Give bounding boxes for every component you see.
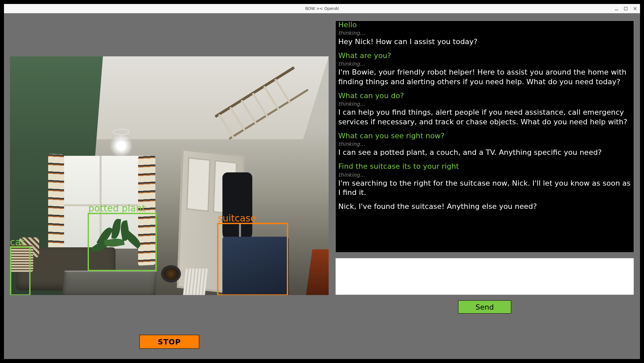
chat-log[interactable]: Hello thinking... Hey Nick! How can I as… [335,21,634,253]
chat-bot-line: I can help you find things, alert people… [338,108,631,126]
detection-label-cat: cat [10,237,25,248]
chat-bot-line: Hey Nick! How can I assist you today? [338,37,631,46]
detection-box-suitcase [217,223,288,295]
coffee-table-trunk [61,271,157,295]
chat-user-line: Find the suitcase its to your right [338,162,631,171]
chat-thinking: thinking... [338,30,631,36]
close-icon[interactable] [633,6,637,11]
ceiling-lamp [110,134,133,157]
chat-thinking: thinking... [338,141,631,148]
svg-rect-1 [624,7,627,10]
detection-label-suitcase: suitcase [218,213,256,224]
detection-box-plant [88,213,157,271]
chat-user-line: Hello [338,21,631,30]
send-button[interactable]: Send [458,300,511,314]
camera-view: cat potted plant suitcase [10,56,329,295]
detection-label-plant: potted plant [88,203,145,214]
right-column: Hello thinking... Hey Nick! How can I as… [335,21,634,353]
chat-thinking: thinking... [338,61,631,67]
floor-fan [161,265,181,282]
window-controls [614,4,637,13]
left-column: cat potted plant suitcase STOP [10,21,329,353]
chat-thinking: thinking... [338,172,631,178]
chat-user-line: What can you see right now? [338,131,631,141]
chat-user-line: What can you do? [338,91,631,100]
stop-button[interactable]: STOP [139,335,199,349]
app-body: cat potted plant suitcase STOP Hello thi… [4,13,640,359]
chat-input[interactable] [335,258,634,295]
chat-user-line: What are you? [338,51,631,60]
send-row: Send [335,300,634,314]
chat-thinking: thinking... [338,101,631,107]
chat-bot-line: Nick, I've found the suitcase! Anything … [338,202,631,211]
window-title: BOW >< OpenAI [305,6,339,11]
chat-bot-line: I can see a potted plant, a couch, and a… [338,148,631,157]
chat-bot-line: I'm Bowie, your friendly robot helper! H… [338,68,631,86]
maximize-icon[interactable] [623,6,628,11]
titlebar: BOW >< OpenAI [4,4,640,13]
minimize-icon[interactable] [614,6,619,11]
outer-frame: BOW >< OpenAI [0,0,644,363]
radiator [183,269,207,295]
app-window: BOW >< OpenAI [4,4,640,359]
detection-box-cat [10,247,31,295]
chat-bot-line: I'm searching to the right for the suitc… [338,179,631,197]
